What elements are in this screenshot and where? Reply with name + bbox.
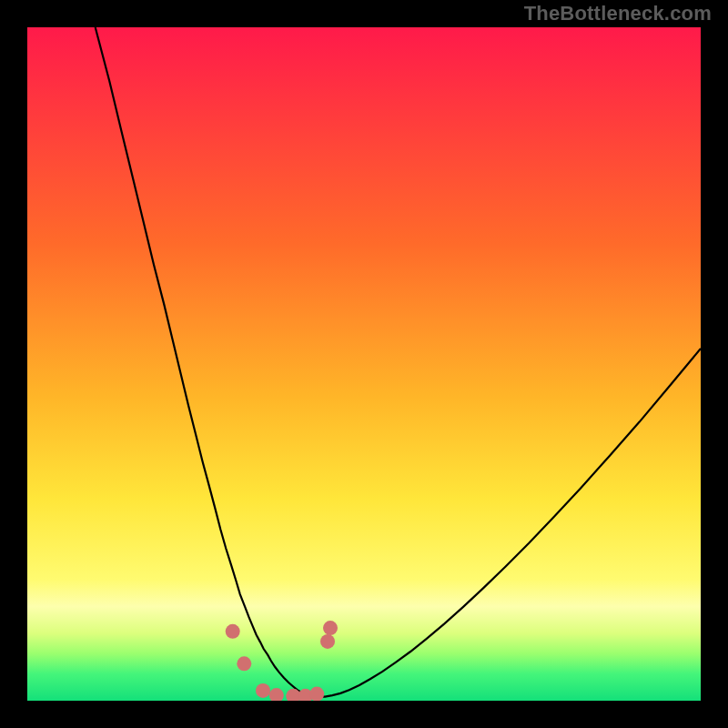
curve-marker xyxy=(226,624,240,639)
curve-marker xyxy=(323,621,338,635)
curve-marker xyxy=(237,656,251,671)
curve-marker xyxy=(309,687,324,701)
watermark-label: TheBottleneck.com xyxy=(524,2,712,25)
curve-marker xyxy=(320,634,335,649)
chart-plot xyxy=(27,27,701,701)
chart-background xyxy=(27,27,701,701)
chart-svg xyxy=(27,27,701,701)
chart-frame: TheBottleneck.com xyxy=(0,0,728,728)
curve-marker xyxy=(256,683,270,698)
